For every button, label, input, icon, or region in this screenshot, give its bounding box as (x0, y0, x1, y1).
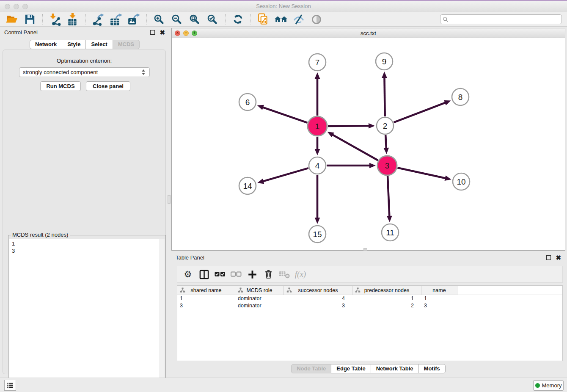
refresh-icon[interactable] (230, 13, 245, 26)
edge-arrowhead (369, 123, 375, 129)
tab-edge-table[interactable]: Edge Table (331, 364, 371, 373)
table-row[interactable]: 1dominator411 (177, 295, 562, 302)
table-cell[interactable]: 2 (352, 302, 421, 309)
task-history-button[interactable] (4, 380, 16, 391)
float-table-panel-icon[interactable] (546, 255, 551, 260)
table-cell[interactable]: 3 (421, 302, 457, 309)
table-cell[interactable]: 3 (177, 302, 235, 309)
hide-graphics-details-icon[interactable] (291, 13, 306, 26)
settings-icon[interactable]: ⚙ (181, 268, 195, 281)
table-cell[interactable]: 4 (284, 295, 352, 302)
zoom-in-icon[interactable] (151, 13, 167, 26)
result-scrollbar[interactable] (160, 239, 165, 392)
export-table-icon[interactable] (108, 13, 124, 26)
graph-node-6[interactable]: 6 (239, 94, 256, 110)
graph-node-11[interactable]: 11 (382, 224, 399, 241)
search-input[interactable] (449, 15, 561, 23)
column-label: MCDS role (246, 287, 272, 293)
delete-row-icon[interactable] (261, 268, 275, 281)
toolbar-separator (225, 14, 226, 25)
import-network-icon[interactable] (47, 13, 63, 26)
zoom-selected-icon[interactable] (205, 13, 220, 26)
graph-node-3[interactable]: 3 (377, 156, 397, 175)
optimization-criterion-select[interactable]: strongly connected component (19, 67, 150, 77)
graph-node-15[interactable]: 15 (309, 226, 326, 243)
column-header-predecessor-nodes[interactable]: predecessor nodes (352, 286, 421, 295)
open-session-icon[interactable] (4, 13, 19, 26)
memory-button[interactable]: Memory (533, 380, 564, 391)
tab-select[interactable]: Select (85, 40, 113, 49)
edge-arrowhead (444, 100, 451, 105)
graph-node-1[interactable]: 1 (308, 116, 327, 136)
tab-motifs[interactable]: Motifs (418, 364, 446, 373)
toggle-panes-icon[interactable] (197, 268, 211, 281)
memory-status-icon (535, 383, 540, 388)
tab-node-table[interactable]: Node Table (291, 364, 331, 373)
graph-edge-4-14[interactable] (263, 168, 308, 182)
graph-node-10[interactable]: 10 (453, 173, 470, 190)
graph-node-7[interactable]: 7 (309, 54, 326, 71)
show-graphics-details-icon[interactable] (309, 13, 324, 26)
column-header-name[interactable]: name (421, 286, 457, 295)
table-body: 1dominator4113dominator323 (177, 295, 562, 309)
table-cell[interactable]: 1 (421, 295, 457, 302)
select-all-rows-icon[interactable] (213, 268, 227, 281)
graph-edge-3-10[interactable] (397, 168, 446, 178)
graph-edge-2-8[interactable] (394, 102, 446, 122)
graph-edge-1-2[interactable] (328, 126, 369, 126)
mcds-result-title: MCDS result (2 nodes) (11, 232, 70, 238)
duplicate-network-icon[interactable] (256, 13, 271, 26)
graph-edge-3-1[interactable] (332, 135, 378, 160)
close-panel-button[interactable]: Close panel (86, 81, 130, 91)
graph-edge-3-11[interactable] (388, 176, 389, 217)
add-row-icon[interactable] (245, 268, 259, 281)
table-cell[interactable]: 3 (284, 302, 352, 309)
homes-icon[interactable] (273, 13, 289, 26)
tab-style[interactable]: Style (62, 40, 86, 49)
control-panel-title: Control Panel (4, 29, 38, 36)
tab-mcds[interactable]: MCDS (113, 40, 140, 49)
run-mcds-button[interactable]: Run MCDS (40, 81, 81, 91)
table-cell[interactable]: dominator (235, 295, 284, 302)
float-panel-icon[interactable] (150, 30, 155, 35)
node-label: 9 (382, 57, 387, 66)
horizontal-splitter-grip[interactable] (363, 248, 367, 251)
export-image-icon[interactable] (126, 13, 141, 26)
graph-node-14[interactable]: 14 (239, 177, 256, 194)
tab-network[interactable]: Network (30, 40, 62, 49)
table-cell[interactable]: dominator (235, 302, 284, 309)
tab-network-table[interactable]: Network Table (371, 364, 419, 373)
column-header-MCDS-role[interactable]: MCDS role (235, 286, 284, 295)
table-cell[interactable]: 1 (352, 295, 421, 302)
mcds-result-text[interactable]: 13 (9, 239, 165, 392)
mcds-result-groupbox: MCDS result (2 nodes) 13 (8, 235, 166, 392)
deselect-all-rows-icon[interactable] (229, 268, 243, 281)
column-header-successor-nodes[interactable]: successor nodes (284, 286, 352, 295)
graph-node-9[interactable]: 9 (376, 53, 393, 70)
toolbar-separator (250, 14, 251, 25)
table-row[interactable]: 3dominator323 (177, 302, 562, 309)
close-panel-icon[interactable]: ✖ (160, 30, 165, 35)
delete-table-icon (277, 268, 292, 281)
import-table-icon[interactable] (65, 13, 80, 26)
graph-node-8[interactable]: 8 (452, 88, 469, 105)
zoom-out-icon[interactable] (169, 13, 184, 26)
network-canvas[interactable]: 7968124314101511 (172, 38, 565, 250)
node-label: 1 (315, 122, 320, 131)
graph-edge-2-3[interactable] (385, 135, 386, 149)
node-label: 14 (243, 182, 252, 190)
table-cell[interactable]: 1 (177, 295, 235, 302)
close-table-panel-icon[interactable]: ✖ (556, 255, 561, 260)
graph-node-4[interactable]: 4 (309, 157, 326, 174)
graph-edge-2-9[interactable] (384, 77, 385, 116)
graph-edge-1-6[interactable] (262, 107, 307, 123)
zoom-fit-icon[interactable] (187, 13, 202, 26)
export-network-icon[interactable] (91, 13, 106, 26)
save-session-icon[interactable] (22, 13, 37, 26)
graph-node-2[interactable]: 2 (377, 117, 394, 134)
search-box[interactable] (440, 14, 562, 24)
node-label: 6 (245, 98, 250, 107)
edge-arrowhead (257, 105, 264, 110)
vertical-splitter-grip[interactable] (168, 195, 171, 204)
column-header-shared-name[interactable]: shared name (177, 286, 235, 295)
